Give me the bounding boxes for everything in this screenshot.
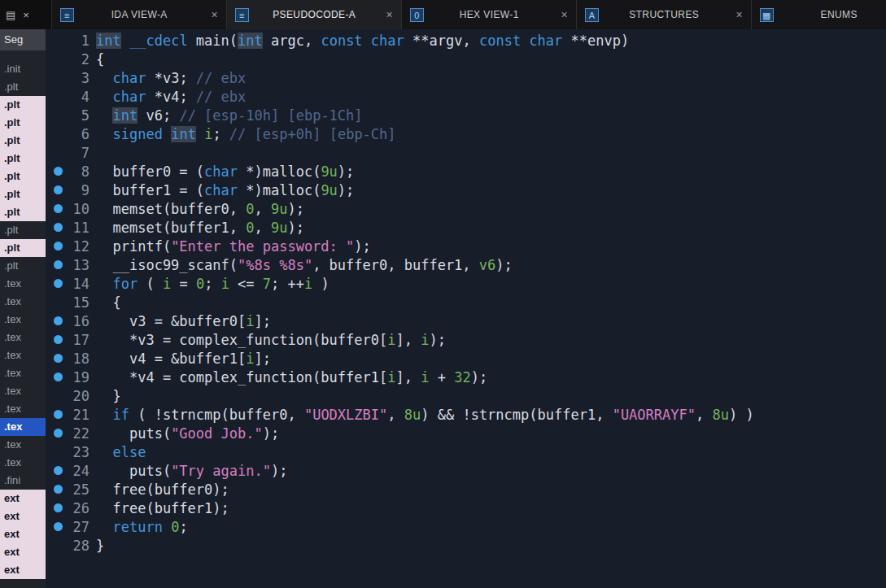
segment-row-plt[interactable]: .plt — [0, 221, 46, 239]
segment-row-tex[interactable]: .tex — [0, 275, 46, 293]
breakpoint-gutter[interactable] — [46, 522, 70, 531]
breakpoint-gutter[interactable] — [46, 372, 70, 381]
close-window-icon[interactable]: × — [23, 9, 29, 21]
code-line-21[interactable]: 21 if ( !strncmp(buffer0, "UODXLZBI", 8u… — [46, 405, 886, 424]
code-line-15[interactable]: 15 { — [46, 293, 886, 311]
segment-row-plt[interactable]: .plt — [0, 185, 46, 203]
breakpoint-gutter[interactable] — [46, 242, 70, 250]
breakpoint-icon[interactable] — [54, 223, 63, 232]
code-line-23[interactable]: 23 else — [46, 442, 886, 461]
code-line-7[interactable]: 7 — [46, 143, 886, 162]
code-line-8[interactable]: 8 buffer0 = (char *)malloc(9u); — [46, 162, 886, 181]
segment-row-tex[interactable]: .tex — [0, 329, 46, 346]
breakpoint-icon[interactable] — [54, 260, 63, 269]
segment-row-plt[interactable]: .plt — [0, 257, 46, 275]
segment-row-tex[interactable]: .tex — [0, 311, 46, 329]
breakpoint-icon[interactable] — [54, 335, 63, 344]
code-line-26[interactable]: 26 free(buffer1); — [46, 499, 886, 517]
segment-row-plt[interactable]: .plt — [0, 96, 46, 114]
code-line-17[interactable]: 17 *v3 = complex_function(buffer0[i], i)… — [46, 330, 886, 349]
breakpoint-gutter[interactable] — [46, 485, 70, 494]
breakpoint-gutter[interactable] — [46, 503, 70, 512]
tab-hex-view-1[interactable]: 0HEX VIEW-1× — [402, 0, 577, 29]
code-line-19[interactable]: 19 *v4 = complex_function(buffer1[i], i … — [46, 368, 886, 386]
breakpoint-icon[interactable] — [54, 316, 63, 325]
breakpoint-icon[interactable] — [54, 410, 63, 419]
code-line-20[interactable]: 20 } — [46, 386, 886, 405]
breakpoint-gutter[interactable] — [46, 185, 70, 194]
breakpoint-gutter[interactable] — [46, 429, 70, 438]
code-line-25[interactable]: 25 free(buffer0); — [46, 480, 886, 499]
code-line-1[interactable]: 1int __cdecl main(int argc, const char *… — [46, 31, 886, 50]
segment-row-tex[interactable]: .tex — [0, 436, 46, 454]
code-line-9[interactable]: 9 buffer1 = (char *)malloc(9u); — [46, 181, 886, 199]
breakpoint-gutter[interactable] — [46, 204, 70, 213]
code-line-11[interactable]: 11 memset(buffer1, 0, 9u); — [46, 218, 886, 237]
code-line-22[interactable]: 22 puts("Good Job."); — [46, 424, 886, 442]
segment-row-tex[interactable]: .tex — [0, 454, 46, 472]
segment-row-tex[interactable]: .tex — [0, 418, 46, 436]
segment-row-ext[interactable]: ext — [0, 525, 46, 543]
breakpoint-icon[interactable] — [54, 354, 63, 363]
segment-row-ext[interactable]: ext — [0, 507, 46, 525]
breakpoint-gutter[interactable] — [46, 260, 70, 269]
breakpoint-icon[interactable] — [54, 185, 63, 194]
code-line-6[interactable]: 6 signed int i; // [esp+0h] [ebp-Ch] — [46, 124, 886, 143]
breakpoint-icon[interactable] — [54, 485, 63, 494]
segment-row-tex[interactable]: .tex — [0, 364, 46, 382]
tab-ida-view-a[interactable]: ≡IDA VIEW-A× — [52, 0, 227, 29]
tab-close-icon[interactable]: × — [561, 8, 568, 21]
segment-row-tex[interactable]: .tex — [0, 400, 46, 418]
code-line-27[interactable]: 27 return 0; — [46, 517, 886, 536]
breakpoint-icon[interactable] — [54, 204, 63, 213]
code-line-28[interactable]: 28} — [46, 536, 886, 555]
segment-row-plt[interactable]: .plt — [0, 203, 46, 221]
segment-row-init[interactable]: .init — [0, 60, 46, 78]
segment-row-ext[interactable]: ext — [0, 561, 46, 579]
breakpoint-icon[interactable] — [54, 372, 63, 381]
code-line-5[interactable]: 5 int v6; // [esp-10h] [ebp-1Ch] — [46, 106, 886, 124]
code-line-18[interactable]: 18 v4 = &buffer1[i]; — [46, 349, 886, 368]
breakpoint-gutter[interactable] — [46, 167, 70, 176]
code-line-13[interactable]: 13 __isoc99_scanf("%8s %8s", buffer0, bu… — [46, 255, 886, 274]
breakpoint-gutter[interactable] — [46, 223, 70, 232]
breakpoint-gutter[interactable] — [46, 354, 70, 363]
segment-row-ext[interactable]: ext — [0, 490, 46, 507]
breakpoint-gutter[interactable] — [46, 410, 70, 419]
code-line-2[interactable]: 2{ — [46, 50, 886, 68]
breakpoint-icon[interactable] — [54, 503, 63, 512]
segment-row-tex[interactable]: .tex — [0, 346, 46, 364]
code-line-14[interactable]: 14 for ( i = 0; i <= 7; ++i ) — [46, 274, 886, 293]
code-line-12[interactable]: 12 printf("Enter the password: "); — [46, 237, 886, 255]
code-line-24[interactable]: 24 puts("Try again."); — [46, 461, 886, 480]
code-line-16[interactable]: 16 v3 = &buffer0[i]; — [46, 311, 886, 330]
breakpoint-icon[interactable] — [54, 466, 63, 475]
segment-row-plt[interactable]: .plt — [0, 114, 46, 132]
segment-row-ext[interactable]: ext — [0, 543, 46, 561]
tab-close-icon[interactable]: × — [211, 8, 218, 21]
segment-row-fini[interactable]: .fini — [0, 472, 46, 490]
code-line-3[interactable]: 3 char *v3; // ebx — [46, 68, 886, 87]
breakpoint-icon[interactable] — [54, 522, 63, 531]
breakpoint-icon[interactable] — [54, 429, 63, 438]
segment-row-plt[interactable]: .plt — [0, 168, 46, 185]
tab-structures[interactable]: ASTRUCTURES× — [577, 0, 752, 29]
breakpoint-icon[interactable] — [54, 167, 63, 176]
document-icon[interactable]: ▤ — [6, 9, 15, 21]
breakpoint-gutter[interactable] — [46, 335, 70, 344]
breakpoint-icon[interactable] — [54, 279, 63, 288]
breakpoint-gutter[interactable] — [46, 466, 70, 475]
breakpoint-gutter[interactable] — [46, 316, 70, 325]
segment-row-plt[interactable]: .plt — [0, 150, 46, 168]
segment-row-plt[interactable]: .plt — [0, 239, 46, 257]
breakpoint-icon[interactable] — [54, 242, 63, 250]
breakpoint-gutter[interactable] — [46, 279, 70, 288]
segment-row-plt[interactable]: .plt — [0, 78, 46, 96]
tab-pseudocode-a[interactable]: ≡PSEUDOCODE-A× — [227, 0, 402, 29]
code-line-4[interactable]: 4 char *v4; // ebx — [46, 87, 886, 106]
segment-row-tex[interactable]: .tex — [0, 382, 46, 400]
segment-row-plt[interactable]: .plt — [0, 132, 46, 150]
segment-row-tex[interactable]: .tex — [0, 293, 46, 311]
tab-enums[interactable]: ▦ENUMS× — [752, 0, 886, 29]
tab-close-icon[interactable]: × — [386, 8, 393, 21]
